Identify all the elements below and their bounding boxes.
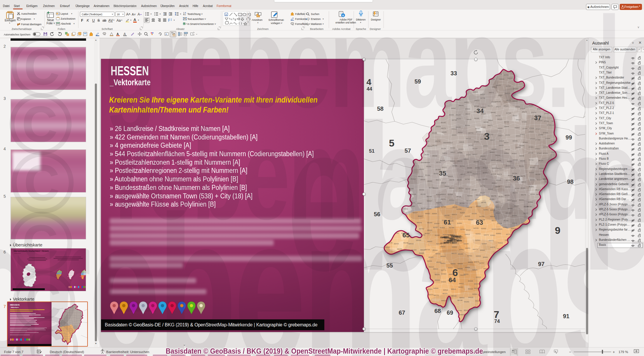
svg-text:37232: 37232 [530,138,535,140]
svg-text:34299: 34299 [496,84,501,86]
svg-text:35630: 35630 [420,178,425,180]
svg-text:36999: 36999 [539,167,544,169]
svg-text:36944: 36944 [506,179,511,181]
svg-text:34756: 34756 [495,115,501,117]
svg-text:61174: 61174 [436,202,441,204]
svg-text:34857: 34857 [498,94,503,96]
svg-text:34893: 34893 [480,93,485,95]
svg-text:61819: 61819 [434,222,439,224]
svg-text:34804: 34804 [504,125,509,127]
svg-text:34470: 34470 [482,178,487,180]
svg-text:a: a [184,23,185,25]
svg-text:35898: 35898 [495,185,500,188]
svg-text:37865: 37865 [538,134,543,136]
svg-text:64431: 64431 [459,282,464,285]
svg-text:64911: 64911 [467,255,472,257]
svg-text:61956: 61956 [456,208,462,210]
svg-text:34300: 34300 [468,144,473,146]
svg-text:35184: 35184 [489,198,494,200]
svg-text:61315: 61315 [465,215,470,217]
svg-text:35754: 35754 [512,172,517,174]
svg-text:63470: 63470 [489,239,494,241]
svg-text:61756: 61756 [449,226,454,229]
svg-text:64451: 64451 [440,262,446,264]
svg-text:34585: 34585 [441,131,447,133]
svg-text:36112: 36112 [515,187,520,189]
svg-text:34215: 34215 [472,173,477,175]
svg-text:61991: 61991 [457,222,462,224]
svg-text:65304: 65304 [435,279,440,281]
svg-text:35870: 35870 [457,160,462,162]
svg-text:63574: 63574 [484,234,489,236]
svg-text:64201: 64201 [463,273,469,275]
svg-text:37604: 37604 [520,108,525,110]
svg-text:64639: 64639 [474,283,479,285]
svg-text:35697: 35697 [475,198,480,200]
svg-text:65265: 65265 [397,248,402,250]
svg-text:34345: 34345 [491,159,496,161]
svg-text:63465: 63465 [481,227,486,229]
svg-text:34113: 34113 [465,113,470,115]
svg-text:34834: 34834 [473,91,478,93]
svg-text:36595: 36595 [530,179,535,181]
svg-text:34303: 34303 [458,148,463,150]
svg-text:65883: 65883 [428,256,434,258]
svg-text:36740: 36740 [527,205,532,207]
svg-text:34527: 34527 [472,153,477,155]
svg-text:34455: 34455 [450,147,455,149]
svg-text:35129: 35129 [496,159,501,161]
svg-text:51: 51 [369,148,375,154]
svg-text:36377: 36377 [523,212,528,214]
svg-text:34587: 34587 [451,107,456,109]
svg-text:61557: 61557 [433,226,438,228]
svg-text:63190: 63190 [463,243,469,245]
svg-text:65827: 65827 [427,200,432,202]
svg-text:64451: 64451 [465,247,470,249]
svg-text:34547: 34547 [512,115,518,117]
svg-text:34363: 34363 [511,152,517,154]
svg-text:63883: 63883 [496,232,501,234]
svg-text:35963: 35963 [450,160,455,162]
svg-text:74: 74 [494,318,500,324]
svg-text:59: 59 [415,78,421,85]
svg-text:34627: 34627 [450,151,455,153]
svg-text:35584: 35584 [471,189,477,191]
svg-text:34476: 34476 [458,104,464,106]
svg-text:36896: 36896 [530,166,535,168]
svg-text:35873: 35873 [436,179,441,181]
svg-text:34675: 34675 [506,99,511,101]
svg-text:67: 67 [399,309,405,316]
svg-text:34183: 34183 [472,147,477,149]
svg-text:34898: 34898 [515,146,521,148]
svg-text:65559: 65559 [385,246,390,248]
svg-text:65537: 65537 [412,212,418,214]
svg-text:65627: 65627 [418,215,423,217]
svg-text:34521: 34521 [464,101,469,103]
svg-text:34820: 34820 [465,108,470,110]
svg-text:35278: 35278 [435,140,440,142]
svg-text:34488: 34488 [457,151,463,154]
svg-text:35310: 35310 [508,174,513,176]
svg-text:35193: 35193 [432,144,437,147]
svg-text:63664: 63664 [432,212,437,214]
svg-text:64573: 64573 [474,261,479,263]
svg-text:34202: 34202 [505,134,510,136]
svg-text:60212: 60212 [454,239,459,241]
svg-text:65242: 65242 [427,260,432,262]
svg-text:64683: 64683 [452,246,457,248]
svg-text:35818: 35818 [441,182,446,184]
svg-text:37291: 37291 [543,152,548,154]
svg-text:65532: 65532 [435,253,441,255]
svg-text:c: c [308,19,309,21]
svg-text:35195: 35195 [441,121,446,123]
svg-text:36455: 36455 [482,172,488,174]
svg-text:34679: 34679 [487,105,493,107]
svg-text:35736: 35736 [456,195,461,197]
svg-text:36783: 36783 [460,165,465,167]
svg-text:64797: 64797 [479,262,484,264]
svg-text:35805: 35805 [475,194,481,196]
svg-text:33: 33 [451,70,457,76]
svg-text:63725: 63725 [473,227,479,229]
svg-text:34864: 34864 [514,127,520,129]
svg-text:65433: 65433 [394,243,399,245]
